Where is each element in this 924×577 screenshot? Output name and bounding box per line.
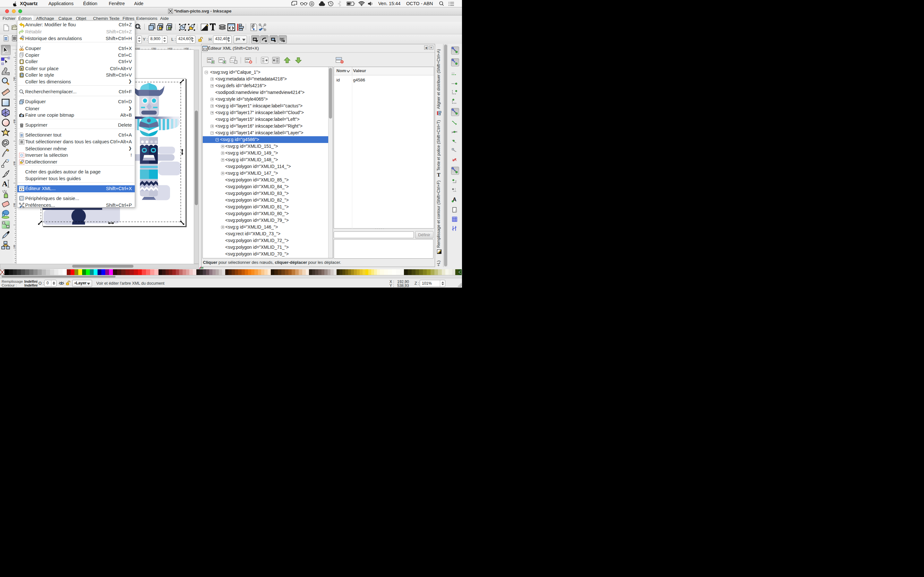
svg-text:350: 350 bbox=[152, 47, 157, 50]
svg-text:200: 200 bbox=[13, 203, 16, 207]
svg-text:<>: <> bbox=[246, 60, 248, 63]
svg-text:400: 400 bbox=[13, 119, 16, 124]
svg-text:<>: <> bbox=[208, 60, 210, 63]
svg-text:abc: abc bbox=[219, 58, 223, 61]
svg-text:T: T bbox=[437, 172, 441, 177]
svg-text:500: 500 bbox=[13, 77, 16, 81]
svg-text:xml: xml bbox=[208, 58, 212, 60]
svg-text:300: 300 bbox=[13, 161, 16, 166]
svg-text:A: A bbox=[2, 179, 8, 188]
svg-text:400: 400 bbox=[168, 47, 173, 50]
svg-text:450: 450 bbox=[185, 47, 189, 50]
svg-text:xml: xml bbox=[246, 58, 249, 60]
svg-text:<>: <> bbox=[231, 60, 233, 62]
svg-text:100: 100 bbox=[13, 245, 16, 249]
svg-text:300: 300 bbox=[136, 47, 140, 50]
